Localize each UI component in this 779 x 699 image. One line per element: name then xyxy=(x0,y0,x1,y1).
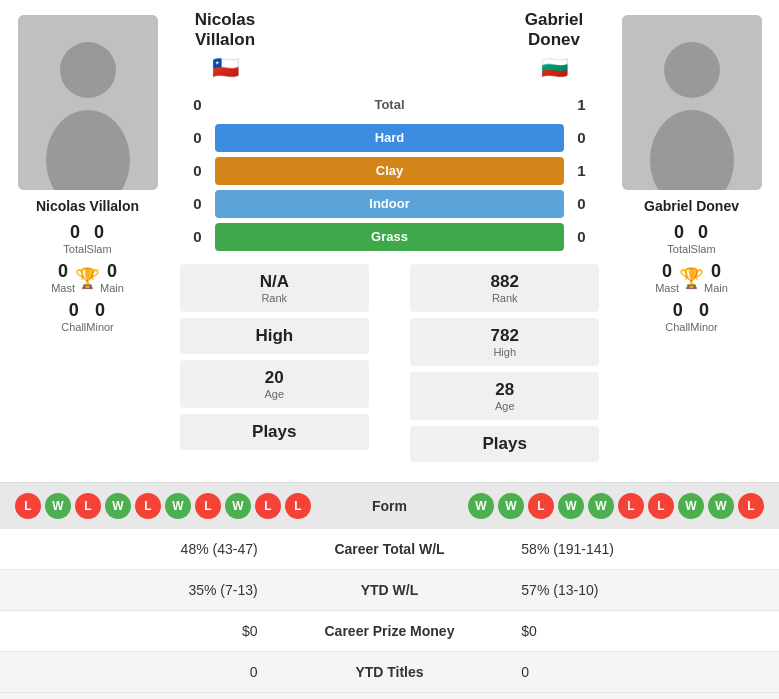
center-section: Nicolas Villalon 🇨🇱 Gabriel Donev 🇧🇬 0 T… xyxy=(175,0,604,472)
left-high-box: High xyxy=(180,318,369,354)
main-container: Nicolas Villalon 0 Total 0 Slam 0 Mast 🏆 xyxy=(0,0,779,693)
form-bubble: L xyxy=(135,493,161,519)
form-bubble: L xyxy=(285,493,311,519)
left-form-results: LWLWLWLWLL xyxy=(15,493,311,519)
center-info-boxes: N/A Rank High 20 Age Plays xyxy=(180,264,599,462)
form-section: LWLWLWLWLL Form WWLWWLLWWL xyxy=(0,482,779,529)
stats-table: 48% (43-47)Career Total W/L58% (191-141)… xyxy=(0,529,779,693)
left-flag: 🇨🇱 xyxy=(180,55,270,81)
left-player-name: Nicolas Villalon xyxy=(36,198,139,214)
left-rank-box: N/A Rank xyxy=(180,264,369,312)
clay-badge: Clay xyxy=(215,157,564,185)
form-bubble: L xyxy=(255,493,281,519)
stat-right-val: $0 xyxy=(506,610,779,651)
left-age-box: 20 Age xyxy=(180,360,369,408)
center-right-name: Gabriel Donev 🇧🇬 xyxy=(509,10,599,81)
right-player-section: Gabriel Donev 0 Total 0 Slam 0 Mast 🏆 xyxy=(604,0,779,472)
right-player-photo xyxy=(622,15,762,190)
stat-center-label: YTD W/L xyxy=(273,569,507,610)
right-stats-row1: 0 Total 0 Slam xyxy=(667,222,715,255)
left-plays-box: Plays xyxy=(180,414,369,450)
right-rank-box: 882 Rank xyxy=(410,264,599,312)
form-label: Form xyxy=(372,498,407,514)
left-player-section: Nicolas Villalon 0 Total 0 Slam 0 Mast 🏆 xyxy=(0,0,175,472)
stat-right-val: 57% (13-10) xyxy=(506,569,779,610)
stat-center-label: YTD Titles xyxy=(273,651,507,692)
right-trophy-row: 0 Mast 🏆 0 Main xyxy=(655,261,728,294)
stat-right-val: 0 xyxy=(506,651,779,692)
left-info-boxes: N/A Rank High 20 Age Plays xyxy=(180,264,369,462)
top-comparison: Nicolas Villalon 0 Total 0 Slam 0 Mast 🏆 xyxy=(0,0,779,482)
form-bubble: L xyxy=(618,493,644,519)
grass-row: 0 Grass 0 xyxy=(180,223,599,251)
stat-left-val: 35% (7-13) xyxy=(0,569,273,610)
svg-point-1 xyxy=(60,42,116,98)
center-left-name: Nicolas Villalon 🇨🇱 xyxy=(180,10,270,81)
form-bubble: L xyxy=(738,493,764,519)
total-row: 0 Total 1 xyxy=(180,91,599,119)
form-bubble: W xyxy=(558,493,584,519)
left-trophy-row: 0 Mast 🏆 0 Main xyxy=(51,261,124,294)
form-bubble: L xyxy=(648,493,674,519)
form-bubble: W xyxy=(678,493,704,519)
right-flag: 🇧🇬 xyxy=(509,55,599,81)
stat-left-val: $0 xyxy=(0,610,273,651)
left-total-stat: 0 Total xyxy=(63,222,86,255)
right-info-boxes: 882 Rank 782 High 28 Age Plays xyxy=(410,264,599,462)
stat-left-val: 0 xyxy=(0,651,273,692)
grass-badge: Grass xyxy=(215,223,564,251)
form-bubble: W xyxy=(165,493,191,519)
stat-left-val: 48% (43-47) xyxy=(0,529,273,570)
stat-center-label: Career Total W/L xyxy=(273,529,507,570)
left-minor-stat: 0 Minor xyxy=(86,300,114,333)
right-total-stat: 0 Total xyxy=(667,222,690,255)
right-slam-stat: 0 Slam xyxy=(691,222,716,255)
right-player-name: Gabriel Donev xyxy=(644,198,739,214)
right-form-results: WWLWWLLWWL xyxy=(468,493,764,519)
stats-row: $0Career Prize Money$0 xyxy=(0,610,779,651)
surface-rows: 0 Total 1 0 Hard 0 0 Clay 1 0 xyxy=(180,91,599,256)
left-name-center: Nicolas Villalon xyxy=(180,10,270,51)
right-age-box: 28 Age xyxy=(410,372,599,420)
left-slam-stat: 0 Slam xyxy=(87,222,112,255)
left-trophy-icon: 🏆 xyxy=(75,266,100,290)
form-bubble: W xyxy=(45,493,71,519)
right-mast-stat: 0 Mast xyxy=(655,261,679,294)
left-player-photo xyxy=(18,15,158,190)
total-badge: Total xyxy=(215,91,564,119)
left-main-stat: 0 Main xyxy=(100,261,124,294)
left-chall-stat: 0 Chall xyxy=(61,300,86,333)
form-bubble: W xyxy=(225,493,251,519)
svg-point-4 xyxy=(664,42,720,98)
stats-row: 35% (7-13)YTD W/L57% (13-10) xyxy=(0,569,779,610)
clay-row: 0 Clay 1 xyxy=(180,157,599,185)
form-bubble: W xyxy=(588,493,614,519)
hard-row: 0 Hard 0 xyxy=(180,124,599,152)
right-main-stat: 0 Main xyxy=(704,261,728,294)
left-stats-row3: 0 Chall 0 Minor xyxy=(61,300,114,333)
right-plays-box: Plays xyxy=(410,426,599,462)
stats-row: 0YTD Titles0 xyxy=(0,651,779,692)
right-name-center: Gabriel Donev xyxy=(509,10,599,51)
form-bubble: W xyxy=(105,493,131,519)
form-bubble: L xyxy=(15,493,41,519)
indoor-badge: Indoor xyxy=(215,190,564,218)
stats-row: 48% (43-47)Career Total W/L58% (191-141) xyxy=(0,529,779,570)
form-bubble: W xyxy=(498,493,524,519)
stat-right-val: 58% (191-141) xyxy=(506,529,779,570)
right-minor-stat: 0 Minor xyxy=(690,300,718,333)
left-stats-row1: 0 Total 0 Slam xyxy=(63,222,111,255)
right-chall-stat: 0 Chall xyxy=(665,300,690,333)
form-bubble: L xyxy=(195,493,221,519)
right-stats-row3: 0 Chall 0 Minor xyxy=(665,300,718,333)
hard-badge: Hard xyxy=(215,124,564,152)
form-bubble: W xyxy=(708,493,734,519)
indoor-row: 0 Indoor 0 xyxy=(180,190,599,218)
stat-center-label: Career Prize Money xyxy=(273,610,507,651)
right-high-box: 782 High xyxy=(410,318,599,366)
form-bubble: L xyxy=(528,493,554,519)
form-bubble: W xyxy=(468,493,494,519)
right-trophy-icon: 🏆 xyxy=(679,266,704,290)
left-mast-stat: 0 Mast xyxy=(51,261,75,294)
form-bubble: L xyxy=(75,493,101,519)
